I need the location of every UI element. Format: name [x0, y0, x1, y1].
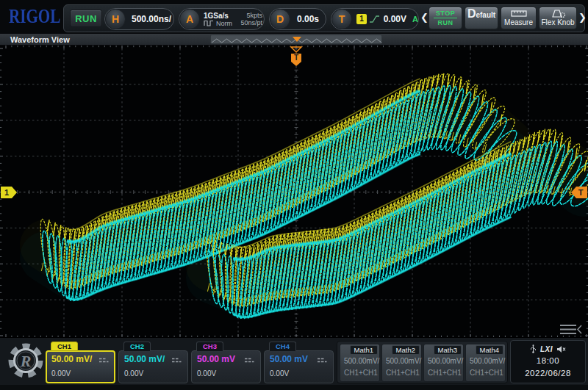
default-cap: D: [467, 7, 476, 21]
math4-tab[interactable]: Math4: [476, 345, 503, 355]
waveform-display[interactable]: T 1 T: [0, 46, 588, 337]
channel-card-ch4[interactable]: CH4 50.00 mV 0.00V: [264, 342, 334, 383]
toolbar-nav-left[interactable]: ❮: [420, 12, 429, 23]
rigol-gear-logo[interactable]: R: [7, 342, 44, 380]
ch3-coupling-icon: [244, 357, 254, 364]
knob-icon: [550, 10, 566, 18]
math1-tab[interactable]: Math1: [350, 345, 378, 355]
ruler-icon: [511, 10, 527, 17]
trigger-group[interactable]: T 1 0.00V A: [331, 8, 419, 30]
waveform-canvas: T 1 T: [0, 46, 588, 337]
sample-rate: 1GSa/s: [204, 12, 237, 20]
ch4-offset: 0.00V: [270, 369, 289, 378]
ch3-tab[interactable]: CH3: [196, 342, 223, 351]
math2-card[interactable]: Math2 500.00mV/ CH1+CH1: [381, 344, 422, 382]
status-info-panel[interactable]: LXI 18:00 2022/06/28: [510, 340, 586, 383]
ch1-scale: 50.00 mV/: [51, 354, 92, 364]
channel-card-ch3[interactable]: CH3 50.00 mV 0.00V: [191, 342, 261, 383]
math4-expr: CH1+CH1: [470, 369, 503, 377]
overview-waveform: [211, 36, 381, 46]
date: 2022/06/28: [511, 369, 585, 378]
flex-knob-button[interactable]: Flex Knob: [539, 7, 577, 29]
default-rest: efault: [476, 11, 495, 19]
ch3-offset: 0.00V: [197, 369, 216, 378]
math2-tab[interactable]: Math2: [392, 345, 420, 355]
stop-run-button[interactable]: STOP RUN: [429, 7, 462, 29]
ch1-tab[interactable]: CH1: [51, 342, 78, 351]
math2-expr: CH1+CH1: [386, 369, 420, 377]
math4-scale: 500.00mV/: [470, 357, 505, 365]
channel-card-ch1[interactable]: CH1 50.00 mV/ 0.00V: [46, 342, 115, 383]
trigger-source-badge: 1: [356, 14, 367, 24]
stop-label: STOP: [434, 10, 457, 18]
top-toolbar: RIGOL RUN H 500.00ns/ A 1GSa/s Norm 5kpt…: [0, 0, 588, 34]
math4-card[interactable]: Math4 500.00mV/ CH1+CH1: [465, 344, 506, 382]
trigger-slope-icon: [369, 14, 380, 24]
math-cards-group: Math1 500.00mV/ CH1+CH1 Math2 500.00mV/ …: [337, 341, 508, 383]
acquisition-group[interactable]: A 1GSa/s Norm 5kpts 50ns/pt: [179, 8, 265, 30]
ch4-scale: 50.00 mV: [270, 354, 308, 364]
measure-button[interactable]: Measure: [501, 7, 537, 29]
flex-knob-label: Flex Knob: [541, 18, 574, 26]
svg-text:R: R: [20, 352, 32, 370]
ch1-coupling-icon: [98, 357, 109, 364]
delay-group[interactable]: D 0.00s: [269, 8, 326, 30]
acquire-mode: Norm: [216, 20, 232, 27]
run-status-button[interactable]: RUN: [70, 10, 102, 27]
delay-value: 0.00s: [297, 14, 319, 24]
view-tab-bar: Waveform View: [0, 34, 588, 46]
square-wave-icon: [204, 20, 214, 26]
ch1-offset: 0.00V: [51, 369, 71, 378]
math1-expr: CH1+CH1: [344, 369, 378, 377]
rigol-logo: RIGOL: [9, 5, 60, 28]
clock: 18:00: [511, 356, 585, 365]
usb-icon: [530, 344, 537, 353]
math3-expr: CH1+CH1: [428, 369, 462, 377]
ch2-tab[interactable]: CH2: [123, 342, 151, 351]
toolbar-nav-right[interactable]: ❯: [578, 12, 587, 23]
ch2-coupling-icon: [171, 357, 182, 364]
trigger-knob[interactable]: T: [331, 9, 352, 29]
ch4-tab[interactable]: CH4: [269, 342, 296, 351]
channel-card-ch2[interactable]: CH2 50.00 mV/ 0.00V: [118, 342, 188, 383]
horizontal-scale-group[interactable]: H 500.00ns/: [104, 8, 174, 30]
math1-card[interactable]: Math1 500.00mV/ CH1+CH1: [340, 344, 380, 382]
trigger-sweep-mode: A: [412, 15, 418, 24]
default-button[interactable]: Default: [465, 7, 498, 29]
delay-knob[interactable]: D: [270, 9, 290, 29]
math3-card[interactable]: Math3 500.00mV/ CH1+CH1: [423, 344, 464, 382]
ch2-scale: 50.00 mV/: [124, 354, 165, 364]
lxi-badge: LXI: [540, 345, 553, 353]
bottom-status-bar: R CH1 50.00 mV/ 0.00V CH2 50.00 mV/ 0.00…: [0, 337, 588, 390]
sample-resolution: 50ns/pt: [237, 19, 262, 26]
horizontal-knob[interactable]: H: [105, 9, 126, 29]
math3-tab[interactable]: Math3: [434, 345, 462, 355]
trigger-position-label: T: [294, 54, 298, 62]
math1-scale: 500.00mV/: [344, 357, 379, 365]
math2-scale: 500.00mV/: [386, 357, 421, 365]
waveform-overview-strip[interactable]: [210, 35, 382, 44]
acquisition-knob[interactable]: A: [179, 9, 200, 29]
channel1-level-label: 1: [4, 188, 9, 197]
run-label: RUN: [438, 18, 453, 26]
math3-scale: 500.00mV/: [428, 357, 463, 365]
trigger-level-label: T: [578, 188, 584, 197]
ch2-offset: 0.00V: [124, 369, 143, 378]
memory-depth: 5kpts: [237, 12, 262, 19]
speaker-muted-icon: [556, 345, 566, 353]
trigger-level-value: 0.00V: [384, 14, 406, 24]
view-title: Waveform View: [10, 35, 70, 44]
bottom-edge: [0, 385, 588, 390]
ch4-coupling-icon: [317, 357, 327, 364]
menu-grab-icon[interactable]: [560, 325, 581, 333]
measure-label: Measure: [504, 18, 533, 26]
ch3-scale: 50.00 mV: [197, 354, 235, 364]
horizontal-scale-value: 500.00ns/: [132, 14, 171, 24]
